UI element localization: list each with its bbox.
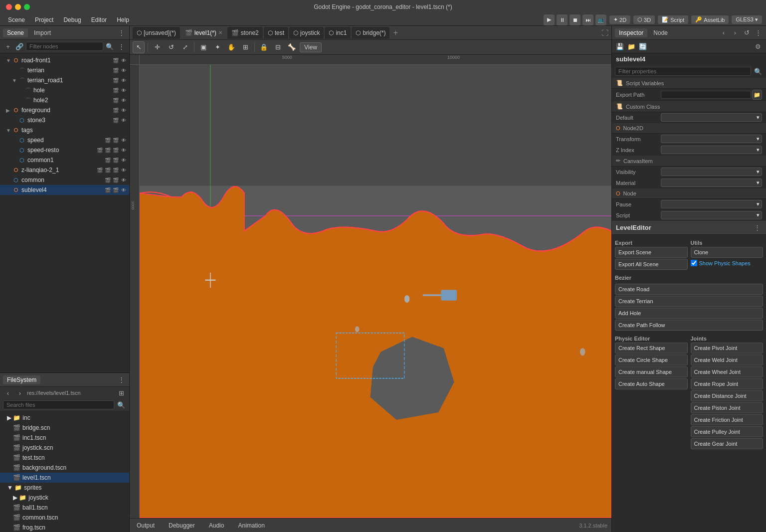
- fs-forward-button[interactable]: ›: [15, 388, 25, 398]
- pause-button[interactable]: ⏸: [557, 14, 568, 25]
- tree-item-hole2[interactable]: ⌒ hole2 🎬 👁: [0, 95, 129, 105]
- pause-dropdown[interactable]: ▾: [661, 200, 762, 208]
- fs-item-level1[interactable]: 🎬 level1.tscn: [0, 473, 129, 483]
- tab-animation[interactable]: Animation: [235, 521, 267, 530]
- show-physic-shapes-checkbox[interactable]: [691, 260, 697, 266]
- badge-eye[interactable]: 👁: [120, 57, 127, 64]
- tree-item-common[interactable]: ⬡ common 🎬 🎬 👁: [0, 175, 129, 185]
- create-rope-joint-button[interactable]: Create Rope Joint: [691, 378, 764, 389]
- export-path-folder-btn[interactable]: 📁: [752, 90, 762, 100]
- add-tab-button[interactable]: +: [390, 28, 400, 38]
- tab-scene[interactable]: Scene: [3, 28, 28, 37]
- group-tool[interactable]: ⊟: [272, 41, 284, 53]
- pan-tool[interactable]: ✋: [225, 41, 237, 53]
- tree-item-sublevel4[interactable]: O sublevel4 🎬 🎬 👁: [0, 185, 129, 195]
- tab-filesystem[interactable]: FileSystem: [3, 375, 40, 384]
- rotate-tool[interactable]: ↺: [165, 41, 177, 53]
- transform-dropdown[interactable]: ▾: [661, 135, 762, 143]
- insp-section-custom-class[interactable]: 📜 Custom Class: [612, 101, 766, 112]
- lock-tool[interactable]: 🔒: [258, 41, 270, 53]
- tab-node[interactable]: Node: [649, 28, 672, 37]
- pivot-tool[interactable]: ✦: [211, 41, 223, 53]
- z-index-dropdown[interactable]: ▾: [661, 146, 762, 154]
- filter-nodes-input[interactable]: [26, 42, 103, 51]
- step-button[interactable]: ⏭: [582, 14, 593, 25]
- insp-settings-button[interactable]: ⚙: [753, 41, 763, 51]
- fs-item-joystick[interactable]: 🎬 joystick.scn: [0, 443, 129, 453]
- create-path-follow-button[interactable]: Create Path Follow: [615, 320, 763, 331]
- create-pivot-joint-button[interactable]: Create Pivot Joint: [691, 343, 764, 354]
- tree-item-speed-resto[interactable]: ⬡ speed-resto 🎬 🎬 🎬 👁: [0, 145, 129, 155]
- skeleton-tool[interactable]: 🦴: [286, 41, 298, 53]
- fs-back-button[interactable]: ‹: [3, 388, 13, 398]
- create-road-button[interactable]: Create Road: [615, 284, 763, 295]
- instance-button[interactable]: 🔗: [14, 41, 24, 51]
- export-scene-button[interactable]: Export Scene: [615, 247, 688, 258]
- menu-debug[interactable]: Debug: [59, 15, 85, 24]
- export-path-field[interactable]: [661, 91, 751, 99]
- mode-2d[interactable]: ✦ 2D: [609, 15, 630, 24]
- tree-item-z-lianqiao[interactable]: O z-lianqiao-2_1 🎬 🎬 🎬 👁: [0, 165, 129, 175]
- add-hole-button[interactable]: Add Hole: [615, 308, 763, 319]
- mode-assetlib[interactable]: 🔑 AssetLib: [691, 15, 729, 24]
- insp-section-canvas-item[interactable]: ✏ CanvasItem: [612, 156, 766, 167]
- visibility-dropdown[interactable]: ▾: [661, 168, 762, 176]
- editor-tab-unsaved[interactable]: ⬡ [unsaved](*): [133, 27, 180, 39]
- tree-item-hole[interactable]: ⌒ hole 🎬 👁: [0, 85, 129, 95]
- default-dropdown[interactable]: ▾: [661, 113, 762, 122]
- remote-button[interactable]: 📺: [595, 14, 606, 25]
- fs-item-common-tscn[interactable]: 🎬 common.tscn: [0, 513, 129, 523]
- insp-section-script-variables[interactable]: 📜 Script Variables: [612, 78, 766, 89]
- editor-tab-joystick[interactable]: ⬡ joystick: [289, 27, 324, 39]
- minimize-button[interactable]: [15, 4, 21, 10]
- create-piston-joint-button[interactable]: Create Piston Joint: [691, 402, 764, 413]
- insp-history-button[interactable]: ↺: [742, 28, 752, 38]
- insp-open-button[interactable]: 📁: [626, 41, 636, 51]
- insp-menu-button[interactable]: ⋮: [753, 28, 763, 38]
- mode-3d[interactable]: ⬡ 3D: [633, 15, 655, 24]
- insp-section-node2d[interactable]: O Node2D: [612, 123, 766, 134]
- tab-inspector[interactable]: Inspector: [615, 28, 647, 37]
- snap-tool[interactable]: ⊞: [239, 41, 251, 53]
- tab-debugger[interactable]: Debugger: [166, 521, 198, 530]
- editor-tab-test[interactable]: ⬡ test: [264, 27, 288, 39]
- stop-button[interactable]: ⏹: [570, 14, 580, 25]
- clone-button[interactable]: Clone: [691, 247, 764, 258]
- tree-item-terrian-road1[interactable]: ▼ ⌒ terrian_road1 🎬 👁: [0, 75, 129, 85]
- editor-tab-stone2[interactable]: 🎬 stone2: [227, 27, 263, 39]
- close-button[interactable]: [6, 4, 12, 10]
- fs-item-frog[interactable]: 🎬 frog.tscn: [0, 523, 129, 532]
- filter-properties-input[interactable]: [615, 67, 751, 76]
- menu-project[interactable]: Project: [31, 15, 57, 24]
- tab-close-level1[interactable]: ✕: [218, 30, 222, 35]
- create-friction-joint-button[interactable]: Create Friction Joint: [691, 414, 764, 425]
- fs-item-background[interactable]: 🎬 background.tscn: [0, 463, 129, 473]
- search-button[interactable]: 🔍: [105, 41, 115, 51]
- fs-item-bridge[interactable]: 🎬 bridge.scn: [0, 423, 129, 433]
- fs-item-joystick-folder[interactable]: ▶ 📁 joystick: [0, 493, 129, 503]
- fs-panel-menu[interactable]: ⋮: [116, 375, 126, 385]
- tree-item-terrian[interactable]: ⌒ terrian 🎬 👁: [0, 65, 129, 75]
- create-distance-joint-button[interactable]: Create Distance Joint: [691, 390, 764, 401]
- add-node-button[interactable]: +: [3, 41, 13, 51]
- create-manual-shape-button[interactable]: Create manual Shape: [615, 366, 688, 377]
- tree-item-road-front1[interactable]: ▼ O road-front1 🎬 👁: [0, 55, 129, 65]
- create-pulley-joint-button[interactable]: Create Pulley Joint: [691, 426, 764, 437]
- tree-item-foreground[interactable]: ▶ O foreground 🎬 👁: [0, 105, 129, 115]
- fs-item-ball1[interactable]: 🎬 ball1.tscn: [0, 503, 129, 513]
- play-button[interactable]: ▶: [544, 14, 555, 25]
- editor-tab-inc1[interactable]: ⬡ inc1: [325, 27, 351, 39]
- move-tool[interactable]: ✛: [151, 41, 163, 53]
- scene-options-button[interactable]: ⋮: [116, 41, 126, 51]
- gles-selector[interactable]: GLES3 ▾: [732, 15, 762, 24]
- export-all-scene-button[interactable]: Export All Scene: [615, 259, 688, 270]
- mode-script[interactable]: 📝 Script: [658, 15, 688, 24]
- insp-section-node[interactable]: O Node: [612, 188, 766, 199]
- create-terrain-button[interactable]: Create Terrian: [615, 296, 763, 307]
- insp-forward-button[interactable]: ›: [730, 28, 740, 38]
- fs-item-sprites[interactable]: ▼ 📁 sprites: [0, 483, 129, 493]
- script-dropdown[interactable]: ▾: [661, 211, 762, 219]
- fs-item-inc[interactable]: ▶ 📁 inc: [0, 413, 129, 423]
- tree-item-tags[interactable]: ▼ O tags: [0, 125, 129, 135]
- rect-select-tool[interactable]: ▣: [197, 41, 209, 53]
